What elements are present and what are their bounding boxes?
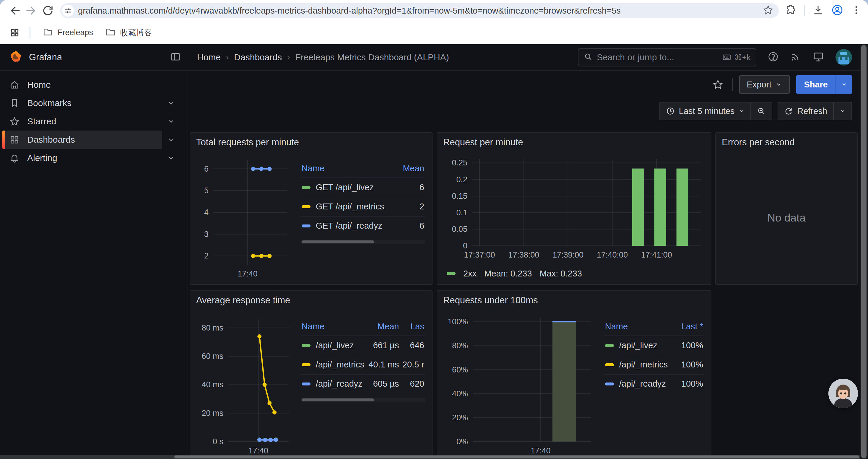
- bookmark-icon: [9, 98, 20, 108]
- bookmark-folder-freeleaps[interactable]: Freeleaps: [38, 24, 98, 41]
- search-shortcut: ⌘+k: [722, 53, 750, 62]
- series-name[interactable]: 2xx: [463, 269, 476, 278]
- panel-title[interactable]: Total requests per minute: [190, 133, 432, 152]
- legend-row[interactable]: /api/_livez661 µs646: [301, 336, 426, 355]
- legend-column-header[interactable]: Name: [301, 320, 366, 336]
- help-icon[interactable]: [768, 51, 779, 64]
- sidebar-item-bookmarks[interactable]: Bookmarks: [2, 94, 162, 112]
- chevron-down-icon[interactable]: [162, 112, 180, 131]
- series-name[interactable]: /api/_metrics: [316, 360, 364, 369]
- forward-icon[interactable]: [23, 2, 39, 19]
- series-swatch: [605, 363, 614, 366]
- panel-total-requests-per-minute[interactable]: Total requests per minute 6543217:40 Nam…: [190, 132, 433, 285]
- legend-scrollbar[interactable]: [301, 240, 426, 244]
- panel-average-response-time[interactable]: Average response time 80 ms60 ms40 ms20 …: [190, 290, 433, 459]
- search-input[interactable]: Search or jump to... ⌘+k: [578, 48, 756, 66]
- series-name[interactable]: /api/_metrics: [619, 360, 668, 369]
- bell-icon: [9, 153, 20, 163]
- time-range-picker[interactable]: Last 5 minutes: [660, 102, 751, 120]
- legend-column-header[interactable]: Last *: [669, 320, 704, 336]
- sidebar-item-starred[interactable]: Starred: [2, 112, 162, 131]
- grafana-logo[interactable]: [9, 50, 23, 65]
- legend-row[interactable]: /api/_readyz100%: [604, 374, 704, 393]
- scrollbar-thumb[interactable]: [302, 240, 374, 243]
- sidebar-item-home[interactable]: Home: [2, 76, 162, 94]
- refresh-interval-dropdown[interactable]: [834, 102, 851, 120]
- url-text[interactable]: grafana.mathmast.com/d/deytv4rwavabkb/fr…: [78, 6, 759, 15]
- panel-errors-per-second[interactable]: Errors per second No data: [715, 132, 858, 285]
- chevron-down-icon[interactable]: [162, 149, 180, 167]
- panel-requests-under-100ms[interactable]: Requests under 100ms 100%80%60%40%20%0%1…: [437, 290, 711, 459]
- zoom-out-button[interactable]: [751, 102, 772, 120]
- breadcrumb-current: Freeleaps Metrics Dashboard (ALPHA): [295, 52, 449, 62]
- export-button[interactable]: Export: [739, 75, 790, 94]
- legend-column-header[interactable]: Name: [604, 320, 669, 336]
- series-name[interactable]: /api/_readyz: [316, 379, 363, 389]
- svg-text:17:38:00: 17:38:00: [508, 251, 539, 259]
- downloads-icon[interactable]: [812, 4, 824, 17]
- site-settings-icon[interactable]: [62, 5, 74, 17]
- scrollbar-thumb[interactable]: [861, 45, 867, 458]
- legend-scrollbar[interactable]: [301, 398, 426, 402]
- chevron-down-icon[interactable]: [162, 131, 180, 149]
- svg-text:80%: 80%: [452, 341, 468, 350]
- vertical-scrollbar[interactable]: [860, 44, 868, 459]
- series-name[interactable]: GET /api/_readyz: [316, 221, 382, 231]
- legend-row[interactable]: /api/_metrics100%: [604, 355, 704, 374]
- kiosk-monitor-icon[interactable]: [812, 51, 824, 64]
- grafana-header: Grafana Home › Dashboards › Freeleaps Me…: [0, 44, 868, 71]
- legend-table: NameMeanLas/api/_livez661 µs646/api/_met…: [301, 320, 426, 393]
- sidebar-toggle-icon[interactable]: [170, 51, 181, 64]
- legend-row[interactable]: /api/_readyz605 µs620: [301, 374, 426, 393]
- breadcrumb-separator: ›: [226, 53, 229, 62]
- apps-grid-icon[interactable]: [8, 26, 22, 40]
- legend-column-header[interactable]: Name: [301, 162, 390, 178]
- breadcrumb-dashboards[interactable]: Dashboards: [234, 52, 282, 62]
- sidebar-item-alerting[interactable]: Alerting: [2, 149, 162, 167]
- panel-title[interactable]: Requests under 100ms: [437, 291, 711, 310]
- legend-row[interactable]: /api/_livez100%: [604, 336, 704, 355]
- news-rss-icon[interactable]: [790, 51, 801, 64]
- scrollbar-thumb[interactable]: [174, 455, 859, 458]
- profile-icon[interactable]: [831, 4, 843, 17]
- panel-request-per-minute[interactable]: Request per minute 00.050.10.150.20.2517…: [437, 132, 711, 285]
- bookmark-folder-blogs[interactable]: 收藏博客: [101, 24, 157, 41]
- floating-assistant-avatar[interactable]: [829, 379, 858, 408]
- svg-text:0.05: 0.05: [452, 225, 467, 234]
- legend-column-header[interactable]: Mean: [366, 320, 400, 336]
- legend-column-header[interactable]: Las: [400, 320, 426, 336]
- url-bar[interactable]: grafana.mathmast.com/d/deytv4rwavabkb/fr…: [60, 3, 779, 18]
- legend-value: 605 µs: [366, 374, 400, 393]
- keyboard-icon: [722, 53, 732, 62]
- favorite-star-icon[interactable]: [710, 77, 725, 92]
- share-button[interactable]: Share: [796, 75, 852, 94]
- back-icon[interactable]: [6, 2, 23, 19]
- panel-title[interactable]: Errors per second: [716, 133, 857, 152]
- legend-row[interactable]: /api/_metrics40.1 ms20.5 r: [301, 355, 426, 374]
- legend-row[interactable]: GET /api/_readyz6: [301, 216, 426, 235]
- legend-row[interactable]: GET /api/_livez6: [301, 178, 426, 197]
- user-avatar[interactable]: [836, 49, 852, 66]
- sidebar-row-alerting: Alerting: [2, 149, 180, 167]
- scrollbar-thumb[interactable]: [302, 398, 374, 401]
- panel-title[interactable]: Request per minute: [437, 133, 711, 152]
- series-name[interactable]: /api/_livez: [619, 340, 657, 350]
- series-name[interactable]: GET /api/_metrics: [316, 202, 384, 211]
- extensions-icon[interactable]: [785, 4, 797, 17]
- horizontal-scrollbar[interactable]: [0, 455, 860, 459]
- share-label[interactable]: Share: [796, 75, 836, 94]
- sidebar-item-dashboards[interactable]: Dashboards: [2, 131, 162, 149]
- menu-dots-icon[interactable]: [851, 5, 862, 17]
- series-name[interactable]: /api/_readyz: [619, 379, 666, 389]
- chevron-down-icon[interactable]: [162, 94, 180, 112]
- panel-title[interactable]: Average response time: [190, 291, 432, 310]
- share-dropdown-button[interactable]: [836, 75, 852, 94]
- legend-column-header[interactable]: Mean: [390, 162, 426, 178]
- series-name[interactable]: GET /api/_livez: [316, 183, 374, 192]
- refresh-button[interactable]: Refresh: [778, 102, 833, 120]
- breadcrumb-home[interactable]: Home: [197, 52, 221, 62]
- legend-row[interactable]: GET /api/_metrics2: [301, 197, 426, 216]
- bookmark-star-icon[interactable]: [763, 5, 773, 17]
- reload-icon[interactable]: [39, 2, 56, 19]
- series-name[interactable]: /api/_livez: [316, 340, 354, 350]
